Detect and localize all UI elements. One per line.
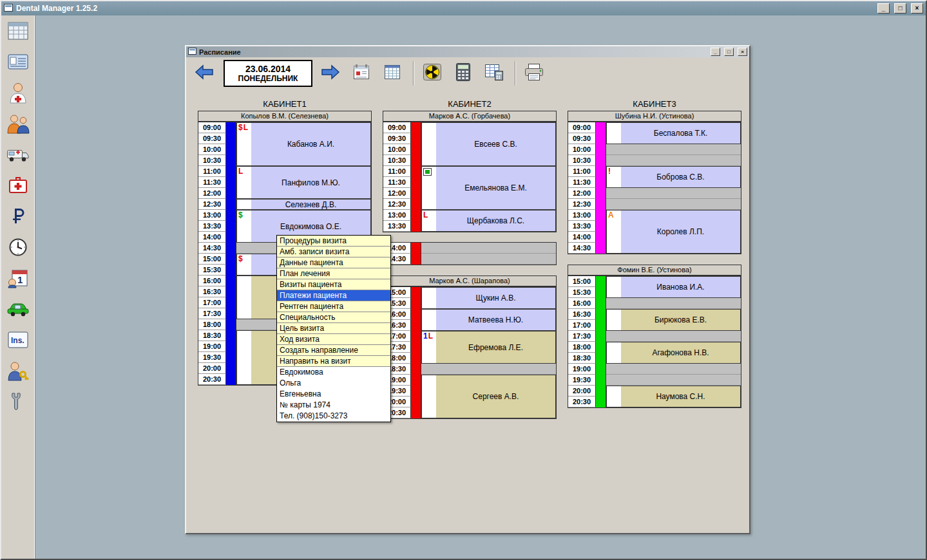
schedule-maximize-button[interactable]: □ [724,48,734,56]
appointment-block[interactable]: Наумова С.Н. [606,386,741,407]
report-button[interactable] [483,61,506,86]
context-menu-item[interactable]: Специальность [277,312,390,323]
ambulance-icon [6,145,30,166]
schedule-row: 12:00 [568,188,741,199]
appointment-block[interactable]: Беспалова Т.К. [606,122,741,144]
empty-slot[interactable] [606,199,741,210]
sidebar-item-doctor[interactable] [5,81,32,107]
context-menu-item[interactable]: Амб. записи визита [277,247,390,257]
appointment-block[interactable]: Евсеев С.В. [421,122,556,166]
appointment-block[interactable]: Бирюкова Е.В. [606,309,741,331]
day-view-button[interactable] [350,61,373,86]
empty-slot[interactable] [421,254,556,265]
schedule-row: 19:30 [568,375,741,386]
appointment-block[interactable]: Емельянова Е.М. [421,166,556,210]
appointment-block[interactable]: 1LЕфремова Л.Е. [421,331,556,364]
app-minimize-button[interactable]: _ [877,3,890,14]
sidebar-item-visit-day[interactable]: 1 [5,266,32,292]
context-menu-item[interactable]: Рентген пациента [277,301,390,312]
patient-name: Наумова С.Н. [621,386,740,407]
context-menu-item[interactable]: Создать направление [277,345,390,356]
sidebar-item-staff-access[interactable] [5,359,32,385]
appointment-block[interactable]: Агафонова Н.В. [606,342,741,364]
app-icon [4,4,13,14]
shift-strip [596,287,606,298]
appointment-block[interactable]: LЩербакова Л.С. [421,210,556,232]
sidebar-item-worktime[interactable] [5,236,32,261]
toolbar-separator [413,61,414,86]
empty-slot[interactable] [606,331,741,342]
sidebar-item-insurance[interactable]: Ins. [5,328,32,354]
shift-strip [226,330,236,341]
sidebar-item-ambulance[interactable] [5,143,32,169]
sidebar-item-payments[interactable] [5,205,32,230]
sidebar-item-patient-card[interactable] [5,50,32,76]
marks-gutter: $ [237,210,251,242]
schedule-row: 14:00 [383,243,556,254]
time-label: 09:00 [198,122,226,133]
appointment-block[interactable]: Матвеева Н.Ю. [421,309,556,331]
app-titlebar[interactable]: Dental Manager 1.25.2 _ □ × [1,1,926,15]
schedule-close-button[interactable]: × [738,48,747,56]
empty-slot[interactable] [606,155,741,166]
time-label: 10:30 [383,155,411,166]
visit-mark: A [608,211,614,253]
marks-gutter [422,167,436,209]
xray-button[interactable] [421,61,444,86]
empty-slot[interactable] [606,144,741,155]
appointment-block[interactable]: LПанфилов М.Ю. [236,166,371,199]
calculator-button[interactable] [452,61,475,86]
appointment-block[interactable]: Иванова И.А. [606,276,741,298]
time-label: 16:30 [568,309,596,320]
appointment-block[interactable]: Сергеев А.В. [421,375,556,418]
visit-mark: ! [608,167,611,187]
next-day-button[interactable] [319,61,342,86]
doctor-icon [8,82,28,106]
appointment-block[interactable]: !Боброва С.В. [606,166,741,188]
time-label: 14:30 [568,243,596,254]
sidebar-item-transport[interactable] [5,297,32,323]
marks-gutter: ! [607,167,621,187]
schedule-minimize-button[interactable]: _ [711,48,720,56]
time-label: 12:30 [383,199,411,210]
context-menu-item[interactable]: Направить на визит [277,356,390,367]
appointment-block[interactable]: Селезнев Д.В. [236,199,371,210]
time-label: 09:30 [198,133,226,144]
shift-strip [596,386,606,397]
sidebar-item-first-aid[interactable] [5,174,32,200]
schedule-titlebar[interactable]: Расписание _ □ × [186,46,749,57]
empty-slot[interactable] [606,375,741,386]
empty-slot[interactable] [606,188,741,199]
patient-name: Щербакова Л.С. [436,210,555,231]
app-close-button[interactable]: × [911,3,923,14]
patient-name: Кабанов А.И. [251,123,370,165]
context-menu-item[interactable]: Ход визита [277,334,390,345]
context-menu-item[interactable]: Процедуры визита [277,236,390,247]
time-label: 12:00 [568,188,596,199]
context-menu-item[interactable]: Платежи пациента [277,290,390,301]
time-label: 13:00 [198,210,226,221]
appointment-block[interactable]: AКоролев Л.П. [606,210,741,254]
date-display[interactable]: 23.06.2014ПОНЕДЕЛЬНИК [224,60,312,87]
app-maximize-button[interactable]: □ [894,3,906,14]
context-menu-item[interactable]: План лечения [277,268,390,279]
empty-slot[interactable] [421,364,556,375]
context-menu-item[interactable]: Цель визита [277,323,390,334]
context-menu-item[interactable]: Визиты пациента [277,279,390,290]
appointment-block[interactable]: Щукин А.В. [421,287,556,309]
shift-strip [226,374,236,385]
sidebar-item-patients[interactable] [5,112,32,138]
sidebar-item-settings[interactable] [5,390,32,416]
print-button[interactable] [522,61,546,86]
appointment-block[interactable]: $LКабанов А.И. [236,122,371,166]
sidebar-item-schedule[interactable] [5,19,32,45]
prev-day-button[interactable] [193,61,216,86]
month-view-button[interactable] [381,61,404,86]
empty-slot[interactable] [421,243,556,254]
slot-grid: 15:0015:3016:0016:3017:0017:3018:0018:30… [568,275,741,408]
time-label: 10:00 [568,144,596,155]
empty-slot[interactable] [606,298,741,309]
empty-slot[interactable] [606,364,741,375]
schedule-row: 16:00 [568,298,741,309]
context-menu-item[interactable]: Данные пациента [277,257,390,268]
